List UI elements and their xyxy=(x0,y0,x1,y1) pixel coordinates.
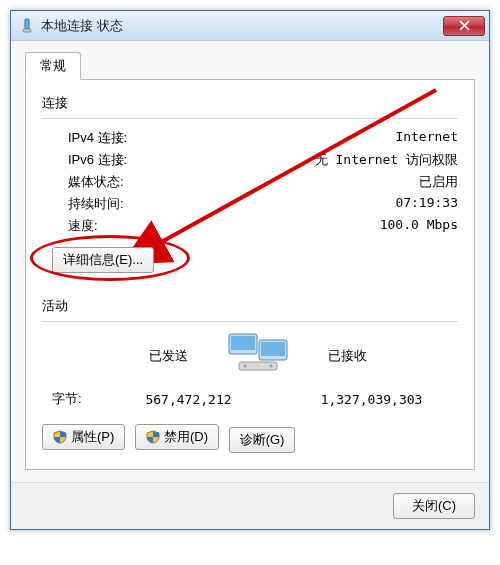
network-activity-icon xyxy=(223,332,293,380)
row-ipv6: IPv6 连接: 无 Internet 访问权限 xyxy=(42,149,458,171)
title-bar: 本地连接 状态 xyxy=(11,11,489,41)
diagnose-button[interactable]: 诊断(G) xyxy=(229,427,296,453)
svg-point-8 xyxy=(244,365,247,368)
close-button[interactable]: 关闭(C) xyxy=(393,493,475,519)
ipv4-value: Internet xyxy=(395,129,458,147)
connection-section-title: 连接 xyxy=(42,94,458,112)
ipv6-label: IPv6 连接: xyxy=(68,151,127,169)
tab-panel-general: 连接 IPv4 连接: Internet IPv6 连接: 无 Internet… xyxy=(25,79,475,470)
close-icon xyxy=(459,20,470,31)
recv-label: 已接收 xyxy=(328,347,448,365)
network-adapter-icon xyxy=(19,18,35,34)
svg-point-9 xyxy=(270,365,273,368)
action-button-row: 属性(P) 禁用(D) 诊断(G) xyxy=(42,424,458,453)
media-label: 媒体状态: xyxy=(68,173,124,191)
svg-rect-4 xyxy=(231,336,255,350)
tab-strip: 常规 xyxy=(25,52,475,80)
sent-label: 已发送 xyxy=(68,347,188,365)
speed-label: 速度: xyxy=(68,217,98,235)
client-area: 常规 连接 IPv4 连接: Internet IPv6 连接: 无 In xyxy=(11,41,489,482)
activity-section-title: 活动 xyxy=(42,297,458,315)
window-close-button[interactable] xyxy=(443,16,485,36)
details-button[interactable]: 详细信息(E)... xyxy=(52,247,154,273)
disable-button[interactable]: 禁用(D) xyxy=(135,424,219,450)
uac-shield-icon xyxy=(146,430,160,444)
bytes-label: 字节: xyxy=(52,390,112,408)
divider xyxy=(42,118,458,119)
dialog-footer: 关闭(C) xyxy=(11,482,489,529)
row-speed: 速度: 100.0 Mbps xyxy=(42,215,458,237)
speed-value: 100.0 Mbps xyxy=(380,217,458,235)
ipv4-label: IPv4 连接: xyxy=(68,129,127,147)
status-dialog: 本地连接 状态 常规 连接 IPv4 连接: Internet xyxy=(10,10,490,530)
duration-value: 07:19:33 xyxy=(395,195,458,213)
window-title: 本地连接 状态 xyxy=(41,17,443,35)
divider xyxy=(42,321,458,322)
row-ipv4: IPv4 连接: Internet xyxy=(42,127,458,149)
svg-rect-1 xyxy=(23,29,31,32)
properties-button-label: 属性(P) xyxy=(71,428,114,446)
tab-general[interactable]: 常规 xyxy=(25,52,81,80)
row-duration: 持续时间: 07:19:33 xyxy=(42,193,458,215)
activity-header-row: 已发送 已接收 xyxy=(42,330,458,382)
ipv6-value: 无 Internet 访问权限 xyxy=(315,151,458,169)
svg-rect-6 xyxy=(261,342,285,356)
properties-button[interactable]: 属性(P) xyxy=(42,424,125,450)
activity-bytes-row: 字节: 567,472,212 1,327,039,303 xyxy=(42,388,458,410)
bytes-sent-value: 567,472,212 xyxy=(112,392,265,407)
media-value: 已启用 xyxy=(419,173,458,191)
diagnose-button-label: 诊断(G) xyxy=(240,431,285,449)
uac-shield-icon xyxy=(53,430,67,444)
bytes-recv-value: 1,327,039,303 xyxy=(295,392,448,407)
row-media: 媒体状态: 已启用 xyxy=(42,171,458,193)
disable-button-label: 禁用(D) xyxy=(164,428,208,446)
svg-rect-0 xyxy=(25,19,29,29)
duration-label: 持续时间: xyxy=(68,195,124,213)
